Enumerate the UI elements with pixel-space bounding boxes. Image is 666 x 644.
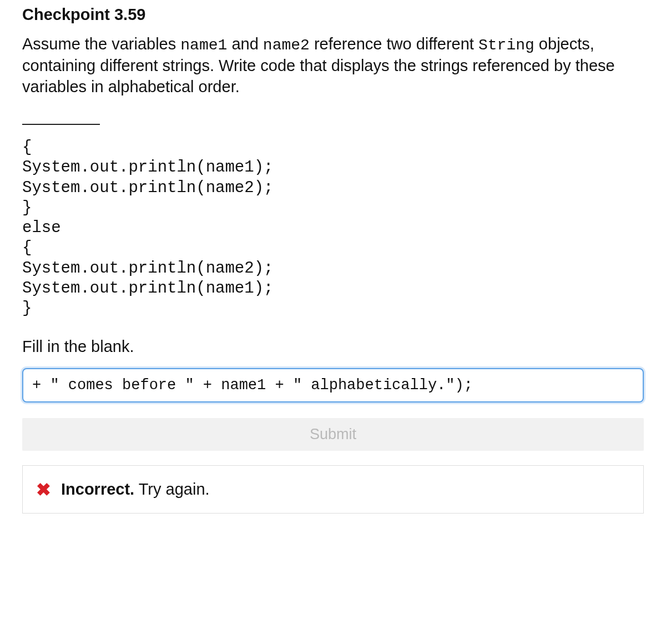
prompt-fragment: and: [227, 35, 263, 53]
feedback-box: ✖ Incorrect. Try again.: [22, 465, 644, 514]
prompt-fragment: Assume the variables: [22, 35, 180, 53]
code-line: System.out.println(name2);: [22, 179, 273, 197]
code-line: System.out.println(name2);: [22, 259, 273, 278]
answer-input[interactable]: [22, 368, 644, 402]
code-line: {: [22, 138, 32, 157]
checkpoint-title: Checkpoint 3.59: [22, 6, 644, 24]
code-line: }: [22, 199, 32, 217]
code-line: {: [22, 239, 32, 257]
fill-instruction: Fill in the blank.: [22, 338, 644, 356]
feedback-rest: Try again.: [134, 480, 209, 498]
prompt-code-name2: name2: [263, 37, 310, 54]
code-line: else: [22, 219, 61, 237]
code-block: { System.out.println(name1); System.out.…: [22, 118, 644, 319]
prompt-fragment: reference two different: [310, 35, 478, 53]
feedback-strong: Incorrect.: [61, 480, 134, 498]
feedback-text: Incorrect. Try again.: [61, 480, 210, 499]
submit-button[interactable]: Submit: [22, 418, 644, 451]
blank-line: [22, 124, 100, 125]
code-line: System.out.println(name1);: [22, 158, 273, 177]
exercise-page: Checkpoint 3.59 Assume the variables nam…: [0, 0, 666, 536]
prompt-code-type: String: [478, 37, 534, 54]
prompt-code-name1: name1: [180, 37, 227, 54]
incorrect-icon: ✖: [36, 481, 51, 499]
code-line: }: [22, 299, 32, 318]
prompt-text: Assume the variables name1 and name2 ref…: [22, 34, 644, 98]
code-line: System.out.println(name1);: [22, 279, 273, 298]
